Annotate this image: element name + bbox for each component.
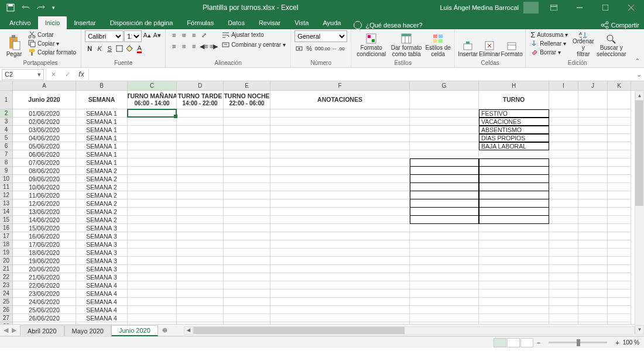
cell[interactable] — [479, 216, 549, 224]
cell[interactable] — [410, 158, 479, 167]
cell[interactable] — [608, 314, 631, 322]
cell[interactable] — [410, 306, 479, 314]
cell[interactable] — [608, 273, 631, 281]
cell[interactable] — [608, 249, 631, 257]
cell[interactable]: 19/06/2020 — [13, 257, 76, 265]
decrease-font-button[interactable]: A▾ — [152, 30, 162, 40]
cell[interactable] — [578, 118, 608, 126]
cell[interactable] — [410, 298, 479, 306]
cell[interactable]: SEMANA 3 — [76, 257, 128, 265]
formula-input[interactable] — [89, 69, 633, 80]
cell[interactable] — [177, 265, 224, 273]
cell[interactable] — [128, 109, 177, 118]
cell[interactable] — [608, 167, 631, 175]
cell[interactable] — [549, 273, 578, 281]
zoom-out-button[interactable]: − — [537, 339, 540, 346]
cell[interactable]: DÍAS PROPIOS — [479, 134, 549, 142]
cell[interactable] — [224, 158, 270, 167]
cell[interactable] — [270, 158, 410, 167]
cell[interactable]: 08/06/2020 — [13, 167, 76, 175]
cell[interactable] — [410, 224, 479, 232]
cell[interactable] — [410, 257, 479, 265]
cell[interactable] — [549, 183, 578, 191]
cell[interactable] — [128, 298, 177, 306]
cell[interactable]: 04/06/2020 — [13, 134, 76, 142]
row-header[interactable]: 23 — [0, 281, 13, 289]
cell[interactable] — [608, 240, 631, 249]
cell[interactable] — [410, 314, 479, 322]
cell[interactable] — [410, 240, 479, 249]
orientation-button[interactable]: ⤢ — [199, 30, 208, 40]
cell[interactable] — [224, 191, 270, 199]
normal-view-button[interactable] — [494, 338, 506, 347]
cell[interactable] — [479, 232, 549, 240]
cell[interactable]: ABSENTISMO — [479, 126, 549, 134]
cell[interactable]: TURNO TARDE14:00 - 22:00 — [177, 91, 224, 109]
align-right-button[interactable]: ≡ — [189, 42, 198, 51]
cell-styles-button[interactable]: Estilos de celda — [425, 30, 451, 58]
cell[interactable] — [128, 257, 177, 265]
page-layout-view-button[interactable] — [507, 338, 520, 347]
cell[interactable] — [224, 298, 270, 306]
cell[interactable] — [578, 175, 608, 183]
cell[interactable]: SEMANA 1 — [76, 158, 128, 167]
row-header[interactable]: 25 — [0, 298, 13, 306]
cell[interactable] — [410, 142, 479, 150]
cell[interactable]: 01/06/2020 — [13, 109, 76, 118]
cell[interactable] — [224, 265, 270, 273]
cell[interactable] — [549, 314, 578, 322]
cell[interactable]: SEMANA 1 — [76, 109, 128, 118]
cell[interactable] — [224, 134, 270, 142]
scroll-left-button[interactable]: ◀ — [184, 326, 193, 335]
cell[interactable] — [224, 126, 270, 134]
cell[interactable]: SEMANA 1 — [76, 126, 128, 134]
cell[interactable] — [177, 199, 224, 208]
cell[interactable] — [224, 216, 270, 224]
cell[interactable]: SEMANA 2 — [76, 199, 128, 208]
maximize-button[interactable] — [595, 0, 616, 15]
cell[interactable] — [270, 314, 410, 322]
cell[interactable] — [270, 183, 410, 191]
cell[interactable] — [224, 167, 270, 175]
col-header-f[interactable]: F — [270, 81, 410, 90]
italic-button[interactable]: K — [95, 44, 104, 53]
cell[interactable] — [224, 273, 270, 281]
cell[interactable] — [578, 91, 608, 109]
cell[interactable]: 18/06/2020 — [13, 249, 76, 257]
cell[interactable] — [608, 232, 631, 240]
cell[interactable] — [608, 322, 631, 324]
cell[interactable]: TURNO NOCHE22:00 - 06:00 — [224, 91, 270, 109]
cell[interactable]: SEMANA 4 — [76, 322, 128, 324]
row-header[interactable]: 15 — [0, 216, 13, 224]
cell[interactable] — [128, 175, 177, 183]
cell[interactable] — [578, 109, 608, 118]
cell[interactable] — [270, 175, 410, 183]
cell[interactable] — [410, 199, 479, 208]
cell[interactable] — [224, 142, 270, 150]
cell[interactable] — [549, 109, 578, 118]
zoom-in-button[interactable]: + — [615, 339, 619, 346]
cell[interactable]: 14/06/2020 — [13, 216, 76, 224]
cell[interactable] — [270, 150, 410, 158]
wrap-text-button[interactable]: Ajustar texto — [221, 30, 287, 39]
cell[interactable] — [479, 314, 549, 322]
cancel-formula-button[interactable]: ✕ — [46, 68, 60, 80]
cell[interactable] — [410, 118, 479, 126]
cell[interactable]: Junio 2020 — [13, 91, 76, 109]
cell[interactable] — [578, 150, 608, 158]
cell[interactable]: SEMANA 4 — [76, 289, 128, 298]
cell[interactable] — [578, 126, 608, 134]
fill-button[interactable]: Rellenar ▾ — [529, 39, 569, 47]
row-header[interactable]: 13 — [0, 199, 13, 208]
row-header[interactable]: 1 — [0, 91, 13, 109]
qat-customize-button[interactable]: ▾ — [49, 1, 57, 14]
cell[interactable]: 21/06/2020 — [13, 273, 76, 281]
cell[interactable] — [578, 281, 608, 289]
enter-formula-button[interactable]: ✓ — [60, 68, 74, 80]
cell[interactable] — [224, 208, 270, 216]
expand-formula-bar-button[interactable]: ⌄ — [633, 71, 644, 78]
cell[interactable] — [479, 191, 549, 199]
cell[interactable] — [578, 257, 608, 265]
cell[interactable]: 07/06/2020 — [13, 158, 76, 167]
cell[interactable] — [128, 199, 177, 208]
